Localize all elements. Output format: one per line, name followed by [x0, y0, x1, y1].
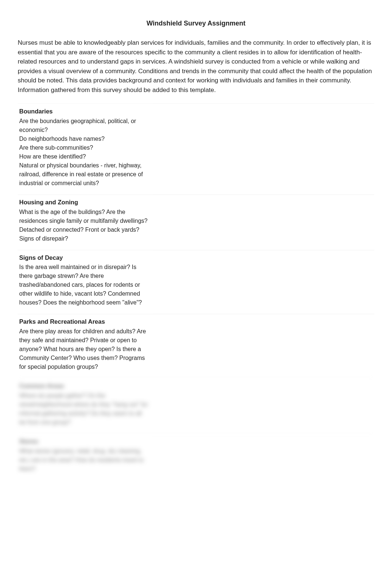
- section-body: Is the area well maintained or in disrep…: [19, 263, 149, 307]
- section-heading: Common Areas: [19, 381, 149, 391]
- table-row: Boundaries Are the boundaries geographic…: [18, 103, 374, 194]
- response-cell[interactable]: [153, 103, 374, 194]
- response-cell: [153, 433, 374, 480]
- section-heading: Parks and Recreational Areas: [19, 317, 149, 326]
- section-body: What stores (grocery, retail, drug, dry …: [19, 447, 149, 473]
- response-cell[interactable]: [153, 314, 374, 378]
- section-cell-parks: Parks and Recreational Areas Are there p…: [18, 314, 153, 378]
- section-cell-stores: Stores What stores (grocery, retail, dru…: [18, 433, 153, 480]
- section-body: What is the age of the buildings? Are th…: [19, 208, 149, 243]
- response-cell[interactable]: [153, 250, 374, 314]
- table-row: Parks and Recreational Areas Are there p…: [18, 314, 374, 378]
- section-cell-common-areas: Common Areas Where do people gather? On …: [18, 378, 153, 433]
- section-body: Are there play areas for children and ad…: [19, 327, 149, 371]
- section-cell-boundaries: Boundaries Are the boundaries geographic…: [18, 103, 153, 194]
- section-heading: Housing and Zoning: [19, 198, 149, 207]
- section-heading: Boundaries: [19, 107, 149, 116]
- table-row: Signs of Decay Is the area well maintain…: [18, 250, 374, 314]
- section-body: Where do people gather? On the street/ne…: [19, 391, 149, 427]
- section-cell-decay: Signs of Decay Is the area well maintain…: [18, 250, 153, 314]
- response-cell[interactable]: [153, 194, 374, 250]
- section-heading: Signs of Decay: [19, 253, 149, 262]
- section-body: Are the boundaries geographical, politic…: [19, 117, 149, 188]
- intro-paragraph: Nurses must be able to knowledgeably pla…: [18, 38, 374, 95]
- table-row: Stores What stores (grocery, retail, dru…: [18, 433, 374, 480]
- section-cell-housing: Housing and Zoning What is the age of th…: [18, 194, 153, 250]
- page-title: Windshield Survey Assignment: [18, 18, 374, 28]
- response-cell: [153, 378, 374, 433]
- section-heading: Stores: [19, 437, 149, 446]
- table-row: Common Areas Where do people gather? On …: [18, 378, 374, 433]
- table-row: Housing and Zoning What is the age of th…: [18, 194, 374, 250]
- survey-table: Boundaries Are the boundaries geographic…: [18, 103, 374, 480]
